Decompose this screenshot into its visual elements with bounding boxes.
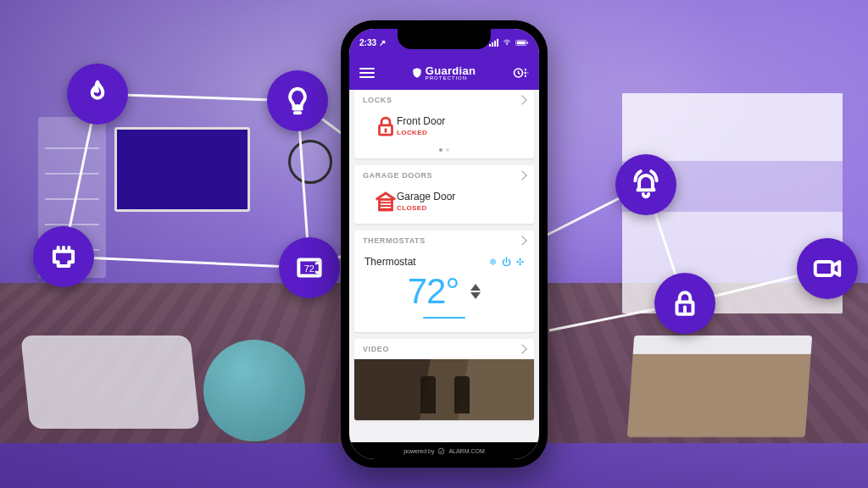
svg-rect-14 [815,262,833,275]
locks-title: LOCKS [363,96,392,104]
phone-frame: 2:33 ↗ Guardian PROTECTION [341,20,548,468]
thermostat-modes[interactable]: ❄ ⏻ ✣ [489,257,524,268]
app-header: Guardian PROTECTION [349,56,539,90]
thermostat-header[interactable]: THERMOSTATS [354,230,534,251]
svg-rect-17 [517,41,526,44]
footer-powered: powered by [403,448,434,454]
fire-icon [67,64,128,125]
chevron-right-icon [517,236,526,245]
couch [20,336,200,429]
garage-header[interactable]: GARAGE DOORS [354,165,534,186]
temp-indicator [423,317,465,319]
phone-notch [398,29,491,49]
fan-icon[interactable]: ✣ [516,257,524,268]
garage-name: Garage Door [397,191,455,202]
wifi-icon [502,38,512,47]
svg-text:72: 72 [304,263,314,274]
video-title: VIDEO [363,345,389,353]
garage-icon [373,189,398,214]
wall-clock [288,140,332,184]
svg-point-20 [525,72,527,75]
thermostat-name: Thermostat [364,256,416,268]
lightbulb-icon [267,70,328,131]
camera-icon [797,238,858,299]
thermostat-icon: 72 [279,237,340,298]
shield-icon [411,66,423,80]
brand-logo: Guardian PROTECTION [411,65,476,80]
settings-button[interactable] [512,64,529,81]
lock-status: LOCKED [397,129,445,136]
chevron-right-icon [517,344,526,353]
video-thumbnail[interactable] [354,359,534,420]
power-icon[interactable]: ⏻ [502,257,511,268]
armchair [203,340,305,441]
lock-icon [654,273,715,334]
video-header[interactable]: VIDEO [354,339,534,359]
svg-point-24 [439,448,445,454]
garage-card[interactable]: GARAGE DOORS Garage Door CLOSED [354,165,534,224]
locks-card[interactable]: LOCKS Front Door LOCKED [354,90,534,158]
locks-header[interactable]: LOCKS [354,90,534,110]
pager-dots [354,148,534,158]
bell-icon [615,154,676,215]
temp-down-button[interactable] [470,292,481,299]
alarm-logo-icon [437,447,445,455]
kitchen-island [627,336,812,437]
tv [114,127,250,212]
thermostat-title: THERMOSTATS [363,236,426,245]
thermostat-temp: 72° [408,271,459,312]
chevron-right-icon [517,170,526,180]
video-card[interactable]: VIDEO [354,339,534,420]
lock-name: Front Door [397,115,445,127]
garage-title: GARAGE DOORS [363,171,432,180]
lock-icon [373,114,398,139]
svg-point-15 [507,44,508,45]
garage-status: CLOSED [397,204,455,212]
signal-icon [489,39,498,47]
status-time: 2:33 ↗ [359,38,386,47]
thermostat-card[interactable]: THERMOSTATS Thermostat ❄ ⏻ ✣ 72° [354,230,534,332]
app-content: LOCKS Front Door LOCKED GARAGE DOORS [349,90,539,442]
ethernet-icon [33,226,94,287]
temp-up-button[interactable] [470,284,481,291]
svg-rect-18 [527,42,528,43]
status-indicators [489,38,529,47]
app-footer: powered by ALARM.COM [349,442,539,459]
phone-screen: 2:33 ↗ Guardian PROTECTION [349,29,539,459]
battery-icon [515,39,529,47]
svg-point-22 [385,128,387,130]
footer-provider: ALARM.COM [448,448,484,454]
menu-button[interactable] [359,68,375,78]
snowflake-icon[interactable]: ❄ [489,257,497,268]
chevron-right-icon [517,95,526,104]
